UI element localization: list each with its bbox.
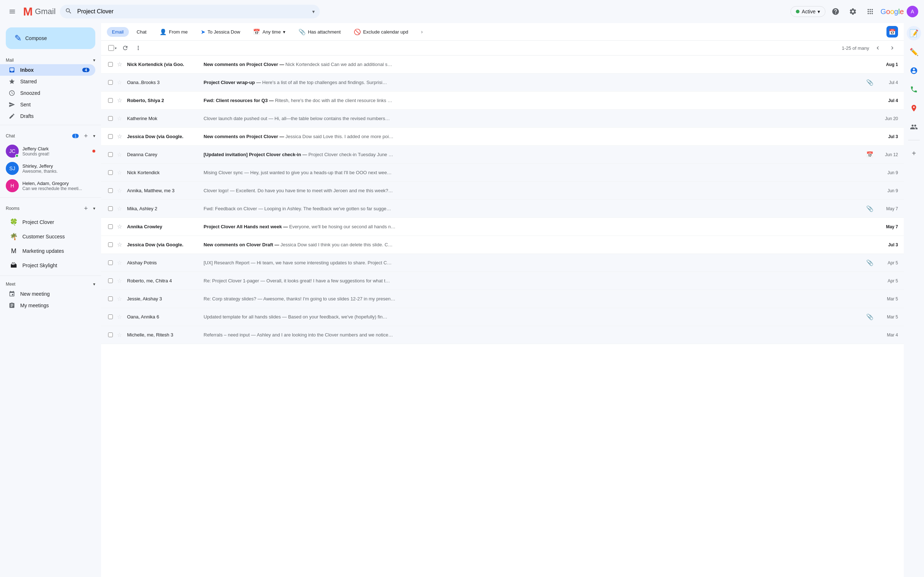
star-icon[interactable]: ☆: [117, 61, 124, 68]
keep-icon[interactable]: 📝: [907, 26, 921, 40]
refresh-button[interactable]: [120, 42, 131, 54]
email-filter-chip[interactable]: Email: [107, 27, 129, 37]
email-row[interactable]: ☆ Oana, Annika 6 Updated template for al…: [101, 308, 904, 326]
contacts-icon[interactable]: [907, 63, 921, 78]
email-row[interactable]: ☆ Jessica Dow (via Google. New comments …: [101, 236, 904, 254]
email-row[interactable]: ☆ Akshay Potnis [UX] Research Report — H…: [101, 254, 904, 272]
room-item[interactable]: 🍀 Project Clover: [0, 215, 101, 229]
star-icon[interactable]: ☆: [117, 223, 124, 230]
sidebar-item-sent[interactable]: Sent: [0, 99, 95, 110]
email-checkbox[interactable]: [107, 134, 114, 139]
email-checkbox[interactable]: [107, 62, 114, 67]
email-row[interactable]: ☆ Mika, Ashley 2 Fwd: Feedback on Clover…: [101, 200, 904, 218]
email-checkbox[interactable]: [107, 116, 114, 121]
email-row[interactable]: ☆ Michelle, me, Ritesh 3 Referrals – nee…: [101, 326, 904, 344]
chat-section-label[interactable]: Chat 1 + ▾: [0, 128, 101, 142]
email-row[interactable]: ☆ Katherine Mok Clover launch date pushe…: [101, 110, 904, 128]
sidebar-item-drafts[interactable]: Drafts: [0, 110, 95, 122]
star-icon[interactable]: ☆: [117, 133, 124, 140]
tasks-icon[interactable]: ✏️: [907, 45, 921, 59]
email-checkbox[interactable]: [107, 314, 114, 319]
star-icon[interactable]: ☆: [117, 277, 124, 284]
search-dropdown-icon[interactable]: ▾: [312, 9, 315, 15]
gmail-logo[interactable]: M Gmail: [23, 5, 56, 18]
room-item[interactable]: 🏔 Project Skylight: [0, 258, 101, 272]
email-checkbox[interactable]: [107, 98, 114, 103]
rooms-add-icon[interactable]: +: [81, 203, 91, 213]
select-all-checkbox[interactable]: ▾: [107, 44, 118, 52]
star-icon[interactable]: ☆: [117, 169, 124, 176]
chat-item[interactable]: JC Jeffery Clark Sounds great!: [0, 142, 101, 160]
calendar-icon[interactable]: 📅: [887, 26, 898, 37]
any-time-chip[interactable]: 📅 Any time ▾: [248, 26, 291, 37]
settings-icon[interactable]: [846, 4, 860, 19]
exclude-calendar-chip[interactable]: 🚫 Exclude calendar upd: [349, 26, 413, 37]
email-row[interactable]: ☆ Jessie, Akshay 3 Re: Corp strategy sli…: [101, 290, 904, 308]
room-item[interactable]: M Marketing updates: [0, 244, 101, 258]
user-avatar[interactable]: A: [907, 6, 918, 17]
sidebar-item-inbox[interactable]: Inbox 4: [0, 64, 95, 76]
email-checkbox[interactable]: [107, 80, 114, 85]
star-icon[interactable]: ☆: [117, 97, 124, 104]
email-row[interactable]: ☆ Roberto, Shiya 2 Fwd: Client resources…: [101, 92, 904, 110]
email-checkbox[interactable]: [107, 279, 114, 283]
email-checkbox[interactable]: [107, 170, 114, 175]
email-checkbox[interactable]: [107, 152, 114, 157]
has-attachment-chip[interactable]: 📎 Has attachment: [294, 26, 346, 37]
email-row[interactable]: ☆ Nick Kortendick (via Goo. New comments…: [101, 56, 904, 74]
menu-icon[interactable]: [6, 5, 19, 18]
search-input[interactable]: [60, 5, 320, 18]
select-all-input[interactable]: [108, 45, 114, 51]
more-filters-button[interactable]: ›: [416, 26, 428, 37]
apps-icon[interactable]: [863, 4, 877, 19]
sidebar-item-my-meetings[interactable]: My meetings: [0, 300, 95, 311]
rooms-section-label[interactable]: Rooms + ▾: [0, 200, 101, 215]
chat-item[interactable]: SJ Shirley, Jeffery Awesome, thanks.: [0, 160, 101, 177]
status-pill[interactable]: Active ▾: [790, 6, 825, 17]
people-icon[interactable]: [907, 120, 921, 134]
chat-filter-chip[interactable]: Chat: [132, 27, 152, 37]
chat-item[interactable]: H Helen, Adam, Gregory Can we reschedule…: [0, 177, 101, 194]
star-icon[interactable]: ☆: [117, 205, 124, 212]
sidebar-item-new-meeting[interactable]: New meeting: [0, 288, 95, 300]
star-icon[interactable]: ☆: [117, 115, 124, 122]
email-checkbox[interactable]: [107, 206, 114, 211]
add-addon-icon[interactable]: +: [907, 146, 921, 161]
email-row[interactable]: ☆ Annika Crowley Project Clover All Hand…: [101, 218, 904, 236]
sidebar-item-snoozed[interactable]: Snoozed: [0, 87, 95, 99]
star-icon[interactable]: ☆: [117, 79, 124, 86]
chat-add-icon[interactable]: +: [81, 131, 91, 141]
email-row[interactable]: ☆ Roberto, me, Chitra 4 Re: Project Clov…: [101, 272, 904, 290]
email-row[interactable]: ☆ Nick Kortendick Mising Clover sync — H…: [101, 164, 904, 182]
meet-section-label[interactable]: Meet ▾: [0, 279, 101, 288]
email-checkbox[interactable]: [107, 188, 114, 193]
star-icon[interactable]: ☆: [117, 241, 124, 248]
email-row[interactable]: ☆ Jessica Dow (via Google. New comments …: [101, 128, 904, 146]
star-icon[interactable]: ☆: [117, 295, 124, 302]
email-row[interactable]: ☆ Oana..Brooks 3 Project Clover wrap-up …: [101, 74, 904, 92]
mail-section-label[interactable]: Mail ▾: [0, 55, 101, 64]
more-options-button[interactable]: [132, 42, 144, 54]
maps-icon[interactable]: [907, 101, 921, 115]
email-checkbox[interactable]: [107, 224, 114, 229]
email-row[interactable]: ☆ Deanna Carey [Updated invitation] Proj…: [101, 146, 904, 164]
star-icon[interactable]: ☆: [117, 151, 124, 158]
sidebar-item-starred[interactable]: Starred: [0, 76, 95, 87]
next-page-button[interactable]: [887, 42, 898, 54]
star-icon[interactable]: ☆: [117, 331, 124, 338]
star-icon[interactable]: ☆: [117, 187, 124, 194]
star-icon[interactable]: ☆: [117, 313, 124, 320]
room-item[interactable]: 🌴 Customer Success: [0, 229, 101, 244]
from-me-chip[interactable]: 👤 From me: [155, 26, 193, 37]
prev-page-button[interactable]: [872, 42, 884, 54]
compose-button[interactable]: ✎ Compose: [6, 27, 95, 49]
email-row[interactable]: ☆ Annika, Matthew, me 3 Clover logo! — E…: [101, 182, 904, 200]
email-checkbox[interactable]: [107, 242, 114, 247]
help-icon[interactable]: [828, 4, 843, 19]
to-jessica-chip[interactable]: ➤ To Jessica Dow: [195, 26, 245, 37]
email-checkbox[interactable]: [107, 297, 114, 301]
email-checkbox[interactable]: [107, 332, 114, 337]
email-checkbox[interactable]: [107, 260, 114, 265]
star-icon[interactable]: ☆: [117, 259, 124, 266]
phone-icon[interactable]: [907, 82, 921, 97]
